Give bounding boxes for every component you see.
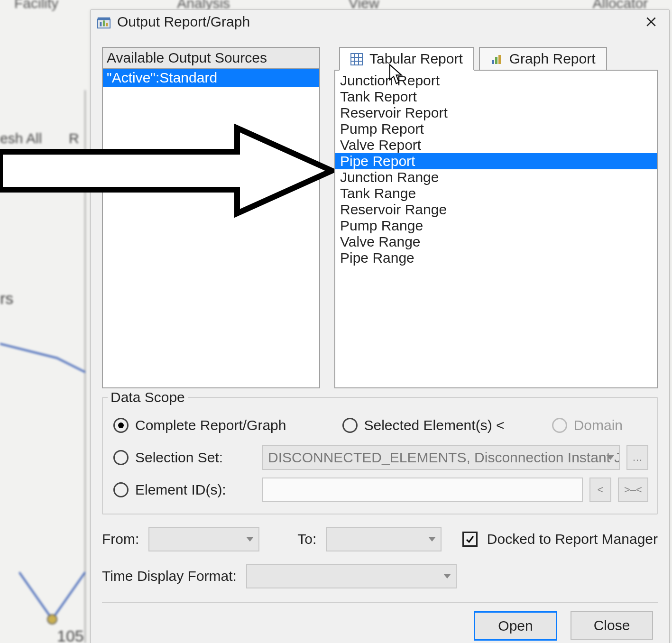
report-item-valve-report[interactable]: Valve Report xyxy=(335,137,657,153)
dialog-body: Available Output Sources "Active":Standa… xyxy=(91,34,669,643)
radio-element-ids[interactable] xyxy=(113,482,129,497)
element-ids-input[interactable] xyxy=(262,478,583,502)
element-ids-next-button[interactable]: >–< xyxy=(618,478,648,502)
bg-chart-line xyxy=(0,330,85,424)
svg-rect-4 xyxy=(103,20,105,26)
svg-point-0 xyxy=(47,615,57,624)
close-icon xyxy=(645,16,657,28)
from-label: From: xyxy=(102,531,139,547)
from-combo[interactable] xyxy=(148,527,259,551)
checkmark-icon xyxy=(465,534,475,544)
to-label: To: xyxy=(297,531,316,547)
close-button[interactable] xyxy=(637,10,665,34)
radio-complete-report[interactable] xyxy=(113,418,129,433)
bg-menu-facility: Facility xyxy=(14,0,58,11)
chevron-down-icon xyxy=(428,537,436,542)
radio-complete-report-label: Complete Report/Graph xyxy=(135,417,286,433)
data-scope-legend: Data Scope xyxy=(108,389,188,405)
tab-tabular-label: Tabular Report xyxy=(369,51,463,67)
report-item-valve-range[interactable]: Valve Range xyxy=(335,234,657,250)
report-item-pump-report[interactable]: Pump Report xyxy=(335,121,657,137)
radio-selected-elements-label: Selected Element(s) < xyxy=(364,417,505,433)
report-item-tank-range[interactable]: Tank Range xyxy=(335,185,657,202)
report-tabs: Tabular Report Graph Report xyxy=(339,47,658,71)
report-item-junction-range[interactable]: Junction Range xyxy=(335,169,657,185)
available-sources-list[interactable]: "Active":Standard xyxy=(102,69,320,388)
svg-rect-14 xyxy=(495,57,497,64)
open-button[interactable]: Open xyxy=(474,611,557,641)
report-item-reservoir-range[interactable]: Reservoir Range xyxy=(335,202,657,218)
radio-selected-elements[interactable] xyxy=(342,418,358,433)
element-ids-prev-button[interactable]: < xyxy=(589,478,611,502)
tab-graph-report[interactable]: Graph Report xyxy=(479,47,607,71)
reports-panel: Tabular Report Graph Report Junction Rep… xyxy=(334,47,658,388)
table-icon xyxy=(350,53,363,65)
to-combo[interactable] xyxy=(326,527,442,551)
time-display-format-label: Time Display Format: xyxy=(102,568,237,584)
time-display-format-combo[interactable] xyxy=(246,564,457,588)
chevron-down-icon xyxy=(607,455,614,460)
bg-chart-node xyxy=(19,572,85,638)
chevron-down-icon xyxy=(443,574,451,579)
selection-set-combo-text: DISCONNECTED_ELEMENTS, Disconnection Ins… xyxy=(268,450,620,466)
dialog-title: Output Report/Graph xyxy=(117,14,631,30)
radio-domain xyxy=(552,418,567,433)
dialog-button-row: Open Close xyxy=(102,611,658,641)
svg-rect-8 xyxy=(351,54,362,65)
report-item-tank-report[interactable]: Tank Report xyxy=(335,89,657,105)
report-list[interactable]: Junction Report Tank Report Reservoir Re… xyxy=(334,70,658,388)
report-item-junction-report[interactable]: Junction Report xyxy=(335,73,657,89)
radio-selection-set[interactable] xyxy=(113,450,129,465)
bar-chart-icon xyxy=(490,53,503,65)
report-graph-icon xyxy=(96,14,111,29)
bg-text-rs: rs xyxy=(0,289,13,308)
available-sources-panel: Available Output Sources "Active":Standa… xyxy=(102,47,320,388)
close-dialog-button[interactable]: Close xyxy=(571,611,653,640)
dialog-titlebar: Output Report/Graph xyxy=(91,10,669,34)
separator xyxy=(102,602,658,603)
docked-checkbox-label: Docked to Report Manager xyxy=(487,531,658,547)
radio-element-ids-label: Element ID(s): xyxy=(135,482,230,498)
report-item-pipe-report[interactable]: Pipe Report xyxy=(335,153,657,169)
bg-text-r: R xyxy=(69,130,79,147)
radio-domain-label: Domain xyxy=(574,417,623,433)
tab-graph-label: Graph Report xyxy=(509,51,596,67)
report-item-pipe-range[interactable]: Pipe Range xyxy=(335,250,657,266)
report-item-pump-range[interactable]: Pump Range xyxy=(335,218,657,234)
bg-text-refresh: esh All xyxy=(0,130,42,147)
tab-tabular-report[interactable]: Tabular Report xyxy=(339,47,474,71)
selection-set-ellipsis-button[interactable]: … xyxy=(626,445,648,470)
svg-rect-3 xyxy=(100,22,102,26)
data-scope-group: Data Scope Complete Report/Graph Selecte… xyxy=(102,397,658,514)
svg-rect-5 xyxy=(106,23,108,27)
svg-rect-15 xyxy=(498,55,501,64)
output-report-graph-dialog: Output Report/Graph Available Output Sou… xyxy=(90,9,670,643)
svg-rect-2 xyxy=(98,18,110,20)
docked-checkbox[interactable] xyxy=(462,532,478,547)
source-item-active-standard[interactable]: "Active":Standard xyxy=(103,69,319,87)
dialog-top-row: Available Output Sources "Active":Standa… xyxy=(102,47,658,388)
report-item-reservoir-report[interactable]: Reservoir Report xyxy=(335,105,657,121)
radio-selection-set-label: Selection Set: xyxy=(135,450,230,466)
svg-rect-13 xyxy=(492,60,494,64)
available-sources-header: Available Output Sources xyxy=(102,47,320,69)
chevron-down-icon xyxy=(246,537,254,542)
selection-set-combo[interactable]: DISCONNECTED_ELEMENTS, Disconnection Ins… xyxy=(262,445,620,470)
